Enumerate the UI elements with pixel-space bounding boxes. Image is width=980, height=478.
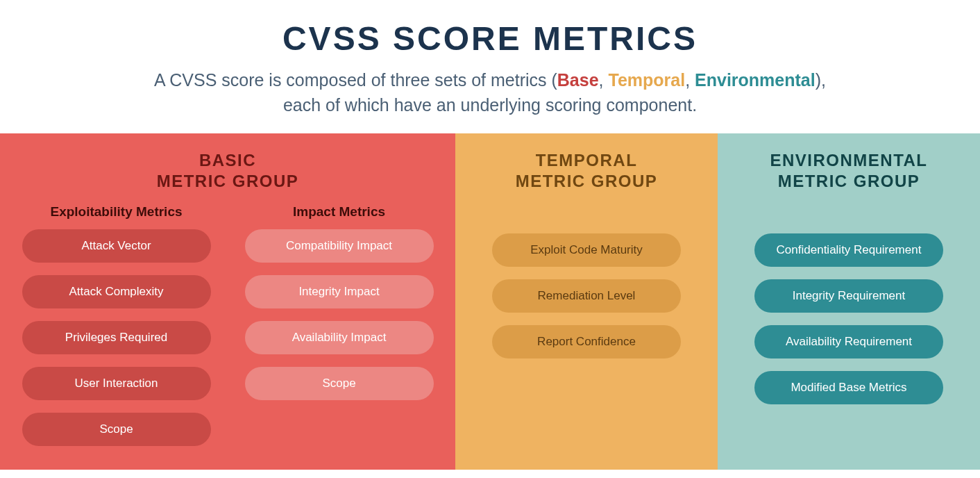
- basic-metric-group: BASIC METRIC GROUP Exploitability Metric…: [0, 133, 455, 470]
- subtitle-line2: each of which have an underlying scoring…: [283, 95, 697, 115]
- impact-column: Impact Metrics Compatibility Impact Inte…: [235, 204, 443, 459]
- env-title-line1: ENVIRONMENTAL: [770, 151, 927, 170]
- env-title-line2: METRIC GROUP: [778, 172, 920, 190]
- metric-pill: Attack Complexity: [22, 275, 211, 308]
- basic-title-line2: METRIC GROUP: [157, 172, 299, 190]
- basic-title-line1: BASIC: [199, 151, 256, 170]
- subtitle-mid: ),: [816, 70, 826, 90]
- metric-pill: Attack Vector: [22, 229, 211, 263]
- metric-pill: User Interaction: [22, 367, 211, 400]
- temporal-group-title: TEMPORAL METRIC GROUP: [468, 150, 705, 192]
- subtitle: A CVSS score is composed of three sets o…: [0, 67, 980, 118]
- keyword-base: Base: [557, 70, 599, 90]
- metric-pill: Integrity Requirement: [754, 279, 943, 313]
- subtitle-prefix: A CVSS score is composed of three sets o…: [154, 70, 557, 90]
- metric-pill: Compatibility Impact: [245, 229, 434, 263]
- metric-pill: Integrity Impact: [245, 275, 434, 308]
- environmental-group-title: ENVIRONMENTAL METRIC GROUP: [730, 150, 968, 192]
- metric-pill: Confidentiality Requirement: [754, 233, 943, 267]
- metric-pill: Modified Base Metrics: [754, 371, 943, 404]
- temporal-metric-group: TEMPORAL METRIC GROUP Exploit Code Matur…: [455, 133, 718, 470]
- metric-pill: Exploit Code Maturity: [492, 233, 681, 267]
- metric-pill: Privileges Required: [22, 321, 211, 354]
- metric-pill: Availability Impact: [245, 321, 434, 354]
- keyword-environmental: Environmental: [695, 70, 816, 90]
- impact-heading: Impact Metrics: [293, 204, 385, 220]
- subtitle-sep1: ,: [599, 70, 609, 90]
- temporal-title-line2: METRIC GROUP: [516, 172, 658, 190]
- keyword-temporal: Temporal: [608, 70, 685, 90]
- temporal-column: Exploit Code Maturity Remediation Level …: [468, 233, 705, 371]
- subtitle-sep2: ,: [685, 70, 695, 90]
- metric-pill: Availability Requirement: [754, 325, 943, 358]
- environmental-column: Confidentiality Requirement Integrity Re…: [730, 233, 968, 417]
- exploitability-heading: Exploitability Metrics: [50, 204, 182, 220]
- basic-columns: Exploitability Metrics Attack Vector Att…: [12, 204, 443, 459]
- metric-pill: Scope: [245, 367, 434, 400]
- temporal-title-line1: TEMPORAL: [536, 151, 638, 170]
- basic-group-title: BASIC METRIC GROUP: [12, 150, 443, 192]
- metric-groups: BASIC METRIC GROUP Exploitability Metric…: [0, 133, 980, 470]
- metric-pill: Remediation Level: [492, 279, 681, 313]
- header: CVSS SCORE METRICS A CVSS score is compo…: [0, 0, 980, 133]
- exploitability-column: Exploitability Metrics Attack Vector Att…: [12, 204, 220, 459]
- page-title: CVSS SCORE METRICS: [0, 19, 980, 58]
- metric-pill: Scope: [22, 413, 211, 446]
- environmental-metric-group: ENVIRONMENTAL METRIC GROUP Confidentiali…: [718, 133, 980, 470]
- metric-pill: Report Confidence: [492, 325, 681, 358]
